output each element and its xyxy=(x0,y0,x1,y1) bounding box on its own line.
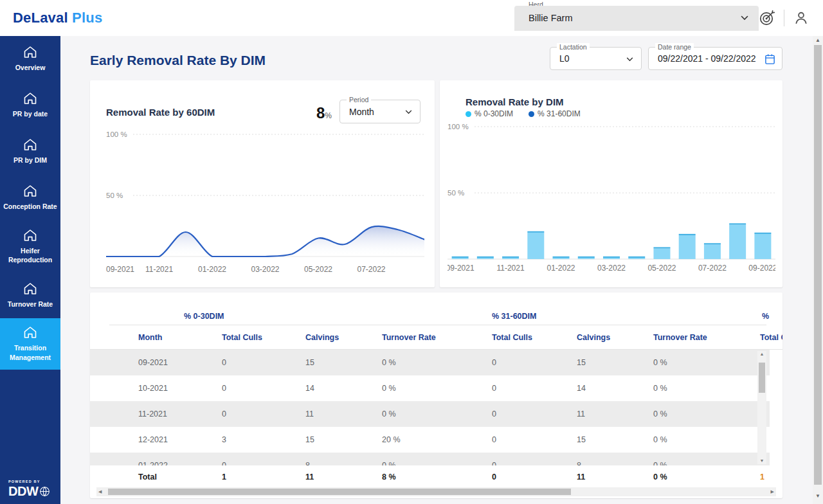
bar-0-30dim xyxy=(653,249,670,259)
date-range-input[interactable]: Date range 09/22/2021 - 09/22/2022 xyxy=(648,47,782,70)
icon-divider xyxy=(784,10,784,26)
chevron-down-icon xyxy=(626,57,633,62)
scroll-down-arrow[interactable]: ▼ xyxy=(757,458,766,464)
bar-31-60dim xyxy=(704,243,721,244)
x-axis-tick: 03-2022 xyxy=(251,265,279,274)
sidebar-item-conception-rate[interactable]: Conception Rate xyxy=(0,175,60,221)
home-icon xyxy=(23,326,37,339)
table-column-header: Calvings xyxy=(577,333,653,342)
sidebar-item-turnover-rate[interactable]: Turnover Rate xyxy=(0,272,60,318)
table-cell: 10-2021 xyxy=(138,384,222,393)
table-group-header: % 0-30DIM xyxy=(184,312,224,321)
table-cell: 15 xyxy=(305,435,382,444)
table-cell: 0 xyxy=(492,461,577,465)
y-axis-tick: 50 % xyxy=(448,189,464,197)
table-cell: 0 % xyxy=(382,384,492,393)
table-row: 09-20210150 %0150 % xyxy=(90,350,770,375)
table-body: 09-20210150 %0150 %10-20210140 %0140 %11… xyxy=(90,350,770,465)
table-total-cell: 0 xyxy=(492,473,577,482)
period-value: Month xyxy=(349,107,374,117)
scroll-up-arrow[interactable]: ▲ xyxy=(757,351,766,357)
x-axis-tick: 01-2022 xyxy=(547,264,575,273)
scroll-right-arrow[interactable]: ▶ xyxy=(771,487,774,496)
table-cell: 8 xyxy=(577,461,653,465)
bar-0-30dim xyxy=(704,244,721,259)
sidebar-item-pr-by-dim[interactable]: PR by DIM xyxy=(0,129,60,175)
bar-chart-legend: % 0-30DIM% 31-60DIM xyxy=(466,109,581,118)
horizontal-scroll-thumb[interactable] xyxy=(108,489,571,495)
table-total-cell: Total xyxy=(138,473,222,482)
kpi-value: 8 xyxy=(316,104,325,122)
bar-0-30dim xyxy=(452,258,469,259)
herd-select-value: Billie Farm xyxy=(529,13,572,23)
sidebar-item-overview[interactable]: Overview xyxy=(0,36,60,82)
page-scrollbar[interactable]: ▲ ▼ xyxy=(813,36,823,504)
table-row: 01-2022080 %080 % xyxy=(90,453,770,465)
lactation-select[interactable]: Lactation L0 xyxy=(550,47,642,70)
page-title: Early Removal Rate By DIM xyxy=(90,53,266,68)
table-total-cell: 1 xyxy=(222,473,305,482)
page-scroll-up-arrow[interactable]: ▲ xyxy=(813,37,823,43)
user-profile-icon[interactable] xyxy=(791,8,811,28)
table-cell: 11-2021 xyxy=(138,410,222,419)
bar-0-30dim xyxy=(679,235,696,259)
table-total-cell: 11 xyxy=(305,473,382,482)
bar-31-60dim xyxy=(578,256,595,258)
bar-31-60dim xyxy=(477,256,494,258)
vertical-scroll-thumb[interactable] xyxy=(759,363,765,393)
table-column-header: Total Culls xyxy=(760,333,782,342)
herd-select[interactable]: Billie Farm xyxy=(514,6,759,31)
sidebar-item-pr-by-date[interactable]: PR by date xyxy=(0,82,60,129)
ddw-logo: POWERED BY DDW xyxy=(8,480,50,499)
scroll-left-arrow[interactable]: ◀ xyxy=(98,487,102,496)
table-row: 10-20210140 %0140 % xyxy=(90,375,770,401)
lactation-label: Lactation xyxy=(557,43,590,51)
sidebar-item-transition-management[interactable]: Transition Management xyxy=(0,318,60,369)
home-icon xyxy=(23,282,37,295)
target-goal-icon[interactable] xyxy=(757,8,777,28)
line-chart-title: Removal Rate by 60DIM xyxy=(106,107,215,118)
main-content: Early Removal Rate By DIM Lactation L0 D… xyxy=(60,36,823,504)
y-axis-tick: 50 % xyxy=(106,192,123,199)
home-icon xyxy=(23,184,37,197)
period-select[interactable]: Period Month xyxy=(339,100,421,123)
table-cell: 0 xyxy=(222,358,305,367)
app-root: DeLaval Plus Herd Billie Farm xyxy=(0,0,823,504)
bar-31-60dim xyxy=(754,233,771,234)
powered-by-label: POWERED BY xyxy=(8,480,50,483)
bar-31-60dim xyxy=(502,256,519,258)
table-cell: 0 xyxy=(222,461,305,465)
sidebar-item-label: Conception Rate xyxy=(3,202,57,211)
removal-rate-60dim-card: Removal Rate by 60DIM 8% Period Month 10… xyxy=(90,80,435,287)
removal-rate-dim-card: Removal Rate by DIM % 0-30DIM% 31-60DIM … xyxy=(440,80,782,287)
logo-secondary: Plus xyxy=(72,10,102,26)
table-cell: 0 % xyxy=(653,358,760,367)
bar-31-60dim xyxy=(729,223,746,224)
x-axis-tick: 11-2021 xyxy=(145,265,173,274)
bar-0-30dim xyxy=(477,258,494,259)
table-horizontal-scrollbar[interactable]: ◀ ▶ xyxy=(96,487,776,496)
bar-0-30dim xyxy=(603,258,620,259)
page-scroll-thumb[interactable] xyxy=(814,45,822,485)
table-vertical-scrollbar[interactable]: ▲ ▼ xyxy=(757,351,766,464)
removal-table-card: % 0-30DIM% 31-60DIM% MonthTotal CullsCal… xyxy=(90,292,782,498)
table-group-header: % 31-60DIM xyxy=(492,312,536,321)
legend-dot-icon xyxy=(466,111,471,117)
bar-chart-svg: 100 %50 %09-202111-202101-202203-202205-… xyxy=(448,123,775,277)
calendar-icon[interactable] xyxy=(764,53,775,65)
table-total-row: Total1118 %0110 %1 xyxy=(90,465,782,488)
sidebar-item-heifer-reproduction[interactable]: Heifer Reproduction xyxy=(0,221,60,272)
table-cell: 09-2021 xyxy=(138,358,222,367)
sidebar-item-label: Turnover Rate xyxy=(8,300,53,309)
table-cell: 15 xyxy=(577,435,653,444)
home-icon xyxy=(23,92,37,105)
table-total-cell: 8 % xyxy=(382,473,492,482)
table-cell: 8 xyxy=(305,461,382,465)
sidebar-item-label: Transition Management xyxy=(3,343,58,361)
sidebar-item-label: Heifer Reproduction xyxy=(3,246,58,264)
bar-31-60dim xyxy=(653,247,670,248)
page-scroll-down-arrow[interactable]: ▼ xyxy=(813,493,823,499)
home-icon xyxy=(23,138,37,151)
table-cell: 11 xyxy=(305,410,382,419)
x-axis-tick: 09-2022 xyxy=(748,264,775,273)
